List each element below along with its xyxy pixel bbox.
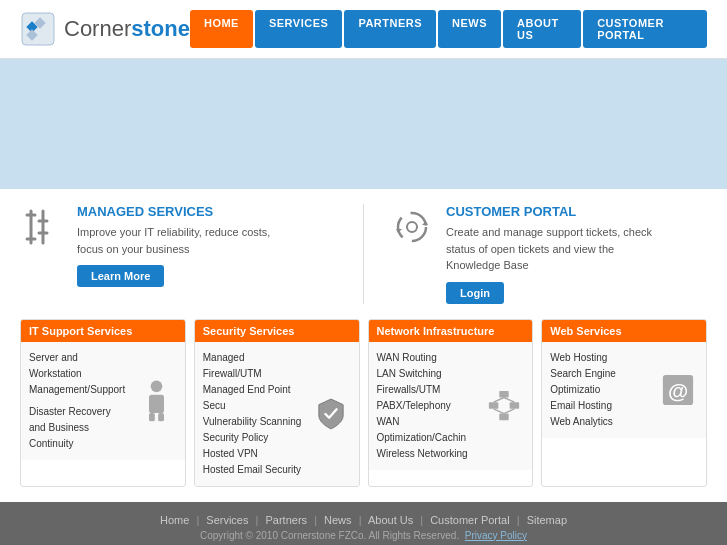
managed-services-desc: Improve your IT reliability, reduce cost… — [77, 224, 338, 257]
svg-line-22 — [494, 397, 504, 402]
footer-links: Home | Services | Partners | News | Abou… — [20, 514, 707, 526]
footer-divider: | — [517, 514, 520, 526]
security-body: Managed Firewall/UTM Managed End Point S… — [195, 342, 359, 486]
login-button[interactable]: Login — [446, 282, 504, 304]
footer-link-portal[interactable]: Customer Portal — [430, 514, 509, 526]
web-services-header: Web Services — [542, 320, 706, 342]
network-body: WAN Routing LAN Switching Firewalls/UTM … — [369, 342, 533, 470]
network-service-item: WAN Routing — [377, 350, 479, 366]
nav-item-partners[interactable]: PARTNERS — [344, 10, 436, 48]
services-grid: IT Support Services Server and Workstati… — [20, 319, 707, 487]
logo-text: Cornerstone — [64, 16, 190, 42]
footer-divider: | — [359, 514, 362, 526]
footer-link-sitemap[interactable]: Sitemap — [527, 514, 567, 526]
network-service-item: PABX/Telephony — [377, 398, 479, 414]
managed-services-content: MANAGED SERVICES Improve your IT reliabi… — [77, 204, 338, 287]
nav-item-about[interactable]: ABOUT US — [503, 10, 581, 48]
copyright-text: Copyright © 2010 Cornerstone FZCo. All R… — [200, 530, 459, 541]
security-service-item: Hosted Email Security — [203, 462, 305, 478]
footer-divider: | — [420, 514, 423, 526]
nav-item-portal[interactable]: CUSTOMER PORTAL — [583, 10, 707, 48]
footer: Home | Services | Partners | News | Abou… — [0, 502, 727, 546]
it-support-card: IT Support Services Server and Workstati… — [20, 319, 186, 487]
footer-link-about[interactable]: About Us — [368, 514, 413, 526]
svg-rect-20 — [510, 402, 519, 409]
features-section: MANAGED SERVICES Improve your IT reliabi… — [20, 204, 707, 304]
network-text: WAN Routing LAN Switching Firewalls/UTM … — [377, 350, 479, 462]
customer-portal-content: CUSTOMER PORTAL Create and manage suppor… — [446, 204, 707, 304]
main-nav: HOME SERVICES PARTNERS NEWS ABOUT US CUS… — [190, 10, 707, 48]
svg-rect-17 — [158, 413, 164, 421]
at-icon: @ — [658, 350, 698, 430]
tools-icon — [20, 204, 65, 249]
customer-portal-title: CUSTOMER PORTAL — [446, 204, 707, 219]
web-service-item: Web Hosting — [550, 350, 652, 366]
it-support-body: Server and WorkstationManagement/Support… — [21, 342, 185, 460]
nav-item-home[interactable]: HOME — [190, 10, 253, 48]
svg-rect-0 — [22, 13, 54, 45]
portal-icon — [389, 204, 434, 249]
network-service-item: WAN Optimization/Cachin — [377, 414, 479, 446]
network-icon — [484, 350, 524, 462]
web-service-item: Web Analytics — [550, 414, 652, 430]
footer-divider: | — [196, 514, 199, 526]
web-service-item: Email Hosting — [550, 398, 652, 414]
it-support-text: Server and WorkstationManagement/Support… — [29, 350, 131, 452]
svg-line-25 — [504, 408, 514, 413]
web-services-card: Web Services Web Hosting Search Engine O… — [541, 319, 707, 487]
network-service-item: Firewalls/UTM — [377, 382, 479, 398]
network-service-item: Wireless Networking — [377, 446, 479, 462]
security-service-item: Hosted VPN — [203, 446, 305, 462]
security-text: Managed Firewall/UTM Managed End Point S… — [203, 350, 305, 478]
security-card: Security Services Managed Firewall/UTM M… — [194, 319, 360, 487]
customer-portal-desc: Create and manage support tickets, check… — [446, 224, 707, 274]
network-card: Network Infrastructure WAN Routing LAN S… — [368, 319, 534, 487]
svg-line-23 — [504, 397, 514, 402]
footer-link-partners[interactable]: Partners — [265, 514, 307, 526]
customer-portal-block: CUSTOMER PORTAL Create and manage suppor… — [389, 204, 707, 304]
nav-item-services[interactable]: SERVICES — [255, 10, 342, 48]
shield-icon — [311, 350, 351, 478]
it-support-header: IT Support Services — [21, 320, 185, 342]
svg-point-11 — [407, 222, 417, 232]
logo-area: Cornerstone — [20, 11, 190, 47]
nav-item-news[interactable]: NEWS — [438, 10, 501, 48]
network-header: Network Infrastructure — [369, 320, 533, 342]
hero-banner — [0, 59, 727, 189]
svg-rect-18 — [500, 390, 509, 397]
logo-icon — [20, 11, 56, 47]
svg-rect-19 — [489, 402, 498, 409]
svg-point-14 — [151, 381, 163, 393]
footer-copyright: Copyright © 2010 Cornerstone FZCo. All R… — [20, 530, 707, 541]
header: Cornerstone HOME SERVICES PARTNERS NEWS … — [0, 0, 727, 59]
managed-services-block: MANAGED SERVICES Improve your IT reliabi… — [20, 204, 338, 304]
main-content: MANAGED SERVICES Improve your IT reliabi… — [0, 189, 727, 502]
footer-divider: | — [256, 514, 259, 526]
web-services-body: Web Hosting Search Engine Optimizatio Em… — [542, 342, 706, 438]
person-icon — [137, 350, 177, 452]
footer-divider: | — [314, 514, 317, 526]
it-service-item: Disaster Recoveryand Business Continuity — [29, 404, 131, 452]
svg-rect-15 — [149, 395, 164, 413]
privacy-policy-link[interactable]: Privacy Policy — [465, 530, 527, 541]
security-service-item: Managed Firewall/UTM — [203, 350, 305, 382]
managed-services-title: MANAGED SERVICES — [77, 204, 338, 219]
svg-point-10 — [398, 213, 426, 241]
learn-more-button[interactable]: Learn More — [77, 265, 164, 287]
svg-line-24 — [494, 408, 504, 413]
network-service-item: LAN Switching — [377, 366, 479, 382]
web-services-text: Web Hosting Search Engine Optimizatio Em… — [550, 350, 652, 430]
security-service-item: Managed End Point Secu — [203, 382, 305, 414]
it-service-item: Server and WorkstationManagement/Support — [29, 350, 131, 398]
svg-rect-21 — [500, 413, 509, 420]
security-service-item: Vulnerability Scanning — [203, 414, 305, 430]
footer-link-home[interactable]: Home — [160, 514, 189, 526]
svg-rect-16 — [149, 413, 155, 421]
security-service-item: Security Policy — [203, 430, 305, 446]
feature-divider — [363, 204, 364, 304]
security-header: Security Services — [195, 320, 359, 342]
svg-text:@: @ — [668, 378, 688, 401]
web-service-item: Search Engine Optimizatio — [550, 366, 652, 398]
footer-link-news[interactable]: News — [324, 514, 352, 526]
footer-link-services[interactable]: Services — [206, 514, 248, 526]
